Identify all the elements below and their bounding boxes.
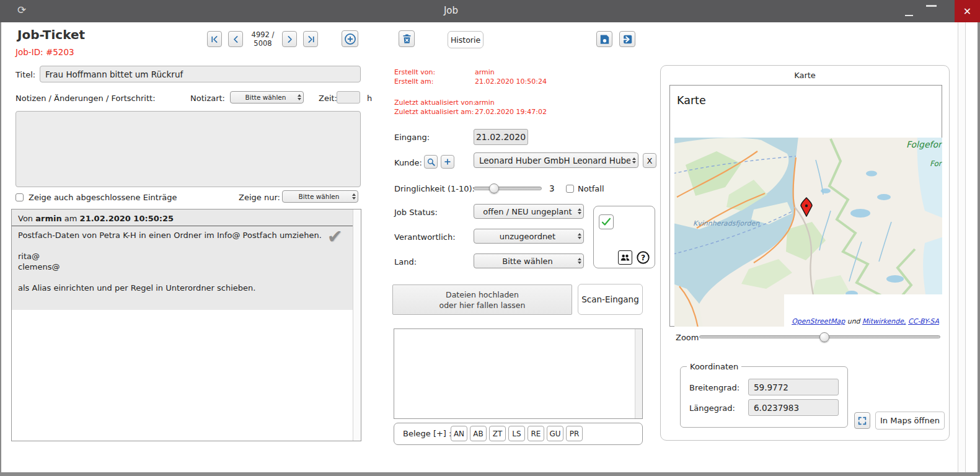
- nav-prev-button[interactable]: [228, 31, 243, 47]
- kunde-select[interactable]: Leonard Huber GmbH Leonard Huber: [474, 152, 638, 168]
- dringlichkeit-slider-thumb[interactable]: [489, 183, 499, 193]
- beleg-button-label: AB: [473, 430, 483, 438]
- historie-button-label: Historie: [451, 35, 480, 45]
- notizart-select-value: Bitte wählen: [236, 94, 296, 101]
- entries-list: Von armin am 21.02.2020 10:50:25 Postfac…: [11, 209, 361, 441]
- breitengrad-input[interactable]: [748, 379, 839, 395]
- entry-author: armin: [35, 214, 61, 223]
- beleg-gu-button[interactable]: GU: [547, 426, 563, 441]
- kunde-label: Kunde:: [394, 158, 422, 167]
- notizen-label: Notizen / Änderungen / Fortschritt:: [15, 94, 156, 103]
- notfall-checkbox[interactable]: [566, 185, 574, 193]
- entry-line: clemens@: [18, 262, 347, 272]
- verantwortlich-select-value: unzugeordnet: [479, 232, 576, 241]
- status-ok-button[interactable]: [599, 214, 614, 229]
- save-button[interactable]: [596, 31, 612, 47]
- verantwortlich-select[interactable]: unzugeordnet: [474, 229, 584, 244]
- scan-eingang-button[interactable]: Scan-Eingang: [578, 284, 643, 315]
- beleg-button-label: LS: [512, 430, 521, 438]
- laengegrad-input[interactable]: [748, 399, 839, 416]
- entry-line: rita@: [18, 251, 347, 262]
- chevron-left-icon: [231, 34, 241, 45]
- created-at-value: 21.02.2020 10:50:24: [475, 77, 547, 86]
- beleg-ls-button[interactable]: LS: [508, 426, 525, 441]
- eingang-label: Eingang:: [394, 133, 430, 142]
- entry-datetime: 21.02.2020 10:50:25: [80, 214, 174, 223]
- files-list[interactable]: [394, 328, 643, 419]
- map-fullscreen-button[interactable]: [854, 412, 870, 429]
- land-select[interactable]: Bitte wählen: [474, 253, 584, 268]
- nav-first-button[interactable]: [207, 31, 222, 47]
- open-in-maps-button[interactable]: In Maps öffnen: [875, 412, 945, 430]
- zoom-label: Zoom: [676, 333, 699, 342]
- assign-users-button[interactable]: [618, 250, 632, 265]
- breitengrad-label: Breitengrad:: [689, 383, 739, 392]
- titel-input[interactable]: [40, 66, 361, 82]
- zeige-nur-label: Zeige nur:: [239, 193, 280, 202]
- beleg-re-button[interactable]: RE: [528, 426, 544, 441]
- circle-plus-icon: [343, 32, 357, 46]
- zeit-input[interactable]: [337, 91, 360, 104]
- upload-dropzone-button[interactable]: Dateien hochladen oder hier fallen lasse…: [392, 284, 572, 315]
- nav-next-button[interactable]: [282, 31, 297, 47]
- plus-icon: [443, 157, 452, 166]
- spinner-arrows-icon: [352, 193, 356, 200]
- save-floppy-icon: [599, 33, 611, 45]
- job-status-select[interactable]: offen / NEU ungeplant: [474, 204, 584, 219]
- entry-item[interactable]: Von armin am 21.02.2020 10:50:25 Postfac…: [12, 209, 353, 310]
- map-canvas[interactable]: Kvinnheradsfjorden Folgefor For OpenStre…: [674, 138, 942, 327]
- dringlichkeit-value: 3: [549, 183, 555, 193]
- laengegrad-label: Längegrad:: [689, 403, 735, 413]
- save-close-button[interactable]: [619, 31, 635, 47]
- maximize-button[interactable]: [926, 5, 937, 7]
- created-at-label: Erstellt am:: [394, 77, 433, 86]
- zeige-nur-select[interactable]: Bitte wählen: [282, 190, 358, 203]
- dringlichkeit-label: Dringlichkeit (1-10):: [394, 184, 475, 193]
- beleg-pr-button[interactable]: PR: [566, 426, 583, 441]
- window-scrollbar[interactable]: [958, 22, 966, 472]
- delete-job-button[interactable]: [399, 30, 415, 47]
- mitwirkende-link[interactable]: Mitwirkende,: [862, 317, 906, 325]
- open-in-maps-label: In Maps öffnen: [880, 416, 940, 425]
- beleg-ab-button[interactable]: AB: [470, 426, 487, 441]
- eingang-date-value: 21.02.2020: [476, 132, 526, 142]
- show-closed-checkbox[interactable]: [15, 193, 24, 201]
- beleg-button-label: ZT: [493, 430, 503, 438]
- add-job-button[interactable]: [342, 30, 358, 47]
- minimize-button[interactable]: [905, 15, 913, 16]
- notes-textarea[interactable]: [15, 111, 361, 187]
- osm-link[interactable]: OpenStreetMap: [792, 317, 845, 325]
- nav-last-button[interactable]: [303, 31, 318, 47]
- window-titlebar: ⟳ Job ✕: [0, 0, 980, 22]
- kunde-clear-button[interactable]: X: [643, 153, 656, 168]
- notfall-label: Notfall: [578, 184, 604, 193]
- spinner-arrows-icon: [578, 233, 581, 239]
- beleg-zt-button[interactable]: ZT: [489, 426, 506, 441]
- entries-scrollbar[interactable]: [353, 209, 361, 441]
- close-button[interactable]: ✕: [955, 0, 980, 22]
- entry-line: als Alias einrichten und per Regel in Un…: [18, 283, 347, 293]
- last-record-icon: [306, 34, 316, 45]
- zoom-slider-thumb[interactable]: [819, 332, 829, 342]
- updated-at-label: Zuletzt aktualisiert am:: [394, 108, 474, 116]
- spinner-arrows-icon: [298, 94, 301, 100]
- close-icon: ✕: [963, 6, 971, 17]
- notizart-select[interactable]: Bitte wählen: [230, 91, 304, 104]
- koordinaten-legend: Koordinaten: [687, 362, 741, 371]
- files-scrollbar[interactable]: [635, 329, 642, 418]
- created-by-value: armin: [475, 68, 495, 76]
- help-button[interactable]: ?: [636, 250, 650, 265]
- entry-line: Postfach-Daten von Petra K-H in einen Or…: [18, 230, 347, 240]
- dringlichkeit-slider-track[interactable]: [474, 187, 542, 190]
- updated-by-label: Zuletzt aktualisiert von:: [394, 99, 475, 107]
- chevron-right-icon: [285, 34, 295, 45]
- beleg-an-button[interactable]: AN: [451, 426, 467, 441]
- kunde-clear-label: X: [647, 156, 653, 165]
- kunde-search-button[interactable]: [424, 155, 438, 169]
- map-image: Kvinnheradsfjorden Folgefor For: [674, 138, 942, 327]
- kunde-add-button[interactable]: [441, 155, 454, 169]
- eingang-date-button[interactable]: 21.02.2020: [474, 129, 528, 145]
- historie-button[interactable]: Historie: [448, 31, 483, 48]
- page-title: Job-Ticket: [17, 27, 85, 42]
- license-link[interactable]: CC-BY-SA: [908, 317, 939, 325]
